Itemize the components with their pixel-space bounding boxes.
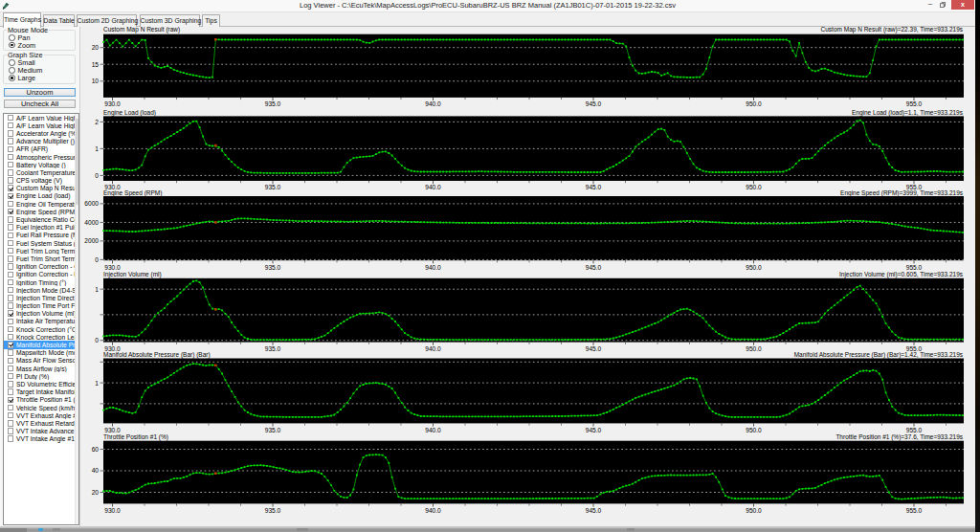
svg-text:950.0: 950.0 [746,507,762,514]
svg-text:Throttle Position #1 (%)=37.6,: Throttle Position #1 (%)=37.6, Time=933.… [835,433,963,441]
svg-text:Injection Volume (ml)=0.605, T: Injection Volume (ml)=0.605, Time=933.21… [839,271,964,278]
svg-text:940.0: 940.0 [425,264,441,271]
svg-text:Manifold Absolute Pressure (Ba: Manifold Absolute Pressure (Bar) (Bar)=1… [794,351,964,359]
svg-text:945.0: 945.0 [586,264,602,271]
svg-text:4000: 4000 [84,219,99,226]
svg-text:940.0: 940.0 [425,507,441,514]
svg-text:Engine Speed (RPM): Engine Speed (RPM) [103,189,162,197]
svg-text:Custom Map N Result (raw)=22.3: Custom Map N Result (raw)=22.39, Time=93… [821,26,964,33]
svg-text:6000: 6000 [84,200,99,207]
svg-text:0: 0 [95,256,99,263]
svg-text:945.0: 945.0 [586,100,602,107]
svg-text:935.0: 935.0 [265,100,281,107]
svg-text:950.0: 950.0 [746,345,762,352]
svg-text:Engine Speed (RPM)=3999, Time=: Engine Speed (RPM)=3999, Time=933.219s [840,189,964,197]
svg-text:930.0: 930.0 [104,507,121,514]
svg-text:955.0: 955.0 [906,100,923,107]
svg-text:20: 20 [92,489,100,496]
svg-text:15: 15 [92,61,100,68]
svg-text:935.0: 935.0 [265,345,281,352]
svg-text:940.0: 940.0 [425,427,441,433]
svg-text:950.0: 950.0 [746,184,762,190]
svg-text:940.0: 940.0 [425,345,441,352]
svg-text:10: 10 [92,78,100,84]
svg-text:0: 0 [95,172,99,179]
svg-text:945.0: 945.0 [586,427,602,433]
svg-text:1: 1 [95,380,99,387]
svg-text:945.0: 945.0 [586,345,602,352]
svg-text:935.0: 935.0 [265,507,281,514]
svg-text:2: 2 [95,119,99,125]
svg-text:935.0: 935.0 [265,427,281,433]
svg-text:935.0: 935.0 [265,184,281,190]
svg-text:950.0: 950.0 [746,427,762,433]
svg-text:940.0: 940.0 [425,184,441,190]
svg-text:Injection Volume (ml): Injection Volume (ml) [103,271,162,278]
svg-text:Throttle Position #1 (%): Throttle Position #1 (%) [103,433,168,441]
svg-text:40: 40 [92,467,100,474]
svg-text:2000: 2000 [84,237,99,244]
svg-text:945.0: 945.0 [586,507,602,514]
svg-text:Engine Load (load)=1.1, Time=9: Engine Load (load)=1.1, Time=933.219s [852,109,964,117]
svg-text:0: 0 [95,337,99,344]
svg-text:940.0: 940.0 [425,100,441,107]
svg-text:950.0: 950.0 [746,264,762,271]
svg-text:955.0: 955.0 [906,507,923,514]
svg-text:945.0: 945.0 [586,184,602,190]
svg-text:60: 60 [92,446,100,453]
svg-text:1: 1 [95,286,99,293]
svg-text:20: 20 [92,44,100,51]
svg-text:Manifold Absolute Pressure (Ba: Manifold Absolute Pressure (Bar) (Bar) [103,351,211,359]
svg-text:1: 1 [95,145,99,152]
svg-text:Engine Load (load): Engine Load (load) [103,109,156,117]
svg-text:Custom Map N Result (raw): Custom Map N Result (raw) [103,26,180,33]
svg-text:930.0: 930.0 [104,100,121,107]
svg-text:950.0: 950.0 [746,100,762,107]
svg-text:935.0: 935.0 [265,264,281,271]
